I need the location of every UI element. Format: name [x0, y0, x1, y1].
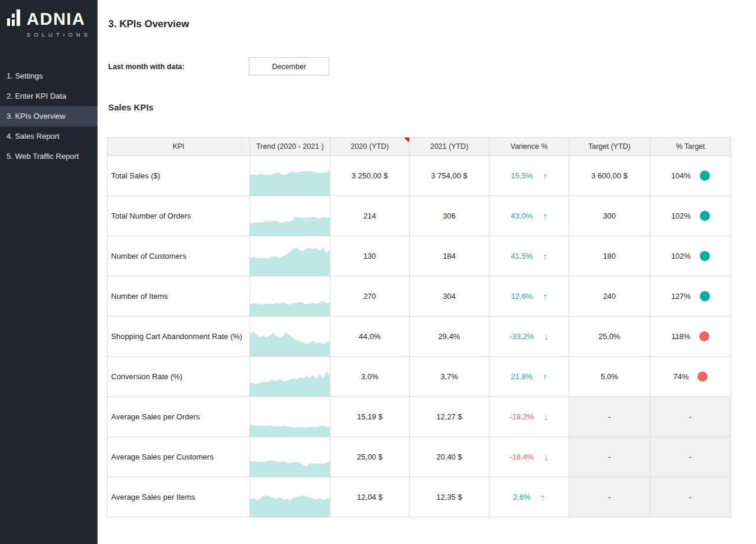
variance-value: 41,5%	[511, 252, 533, 260]
trend-sparkline-chart	[250, 357, 330, 396]
kpi-name-cell: Total Sales ($)	[108, 156, 250, 196]
last-month-value: December	[272, 63, 306, 71]
variance-cell: -19,2%↓	[489, 397, 569, 437]
section-title: Sales KPIs	[108, 102, 756, 112]
column-header-varience: Varience %	[489, 138, 569, 156]
value-2020-cell: 15,19 $	[330, 397, 410, 437]
trend-cell	[250, 437, 330, 477]
pct-target-cell: 127%	[650, 276, 731, 317]
trend-cell	[250, 477, 330, 517]
column-header-target: % Target	[650, 138, 731, 156]
value-2021-cell: 306	[410, 196, 489, 236]
trend-cell	[250, 317, 330, 357]
trend-sparkline-chart	[250, 317, 330, 356]
variance-cell: -33,2%↓	[489, 317, 569, 357]
value-2020-cell: 25,00 $	[330, 437, 410, 477]
value-2020-cell: 3,0%	[330, 357, 410, 397]
sidebar-item-3-kpis-overview[interactable]: 3. KPIs Overview	[0, 106, 98, 126]
column-header-2020-ytd: 2020 (YTD)	[330, 138, 410, 156]
target-cell: -	[569, 477, 650, 517]
kpi-table: KPITrend (2020 - 2021 )2020 (YTD)2021 (Y…	[107, 137, 731, 517]
value-2021-cell: 184	[410, 236, 489, 276]
trend-sparkline-chart	[250, 397, 330, 436]
trend-up-arrow-icon: ↑	[543, 211, 547, 220]
pct-target-value: -	[689, 493, 692, 501]
variance-cell: 21,8%↑	[489, 357, 569, 397]
trend-cell	[250, 357, 330, 397]
sidebar-item-2-enter-kpi-data[interactable]: 2. Enter KPI Data	[0, 86, 98, 106]
sidebar-item-4-sales-report[interactable]: 4. Sales Report	[0, 126, 98, 146]
variance-cell: 15,5%↑	[489, 156, 569, 196]
trend-up-arrow-icon: ↑	[543, 252, 547, 260]
target-cell: 240	[569, 276, 650, 317]
pct-target-value: 74%	[673, 372, 689, 381]
sidebar-item-5-web-traffic-report[interactable]: 5. Web Traffic Report	[0, 146, 98, 167]
pct-target-value: -	[689, 412, 692, 421]
kpi-name-cell: Conversion Rate (%)	[108, 357, 250, 397]
comment-marker-icon	[404, 138, 409, 142]
trend-up-arrow-icon: ↑	[543, 292, 547, 301]
pct-target-value: 127%	[671, 292, 690, 301]
trend-sparkline-chart	[250, 236, 330, 276]
trend-cell	[250, 276, 330, 317]
trend-sparkline-chart	[250, 437, 330, 477]
target-cell: 5,0%	[569, 357, 650, 397]
status-dot-teal	[700, 211, 710, 221]
target-cell: 3 600,00 $	[569, 156, 650, 196]
trend-down-arrow-icon: ↓	[544, 452, 549, 461]
trend-up-arrow-icon: ↑	[543, 171, 547, 180]
trend-sparkline-chart	[250, 276, 330, 316]
variance-cell: 43,0%↑	[489, 196, 569, 236]
variance-value: -33,2%	[510, 332, 534, 341]
kpi-name-cell: Average Sales per Items	[108, 477, 250, 517]
value-2021-cell: 3 754,00 $	[410, 156, 489, 196]
pct-target-cell: -	[650, 397, 731, 437]
value-2020-cell: 44,0%	[330, 317, 410, 357]
sidebar-item-1-settings[interactable]: 1. Settings	[0, 66, 98, 86]
last-month-select[interactable]: December	[249, 57, 329, 76]
pct-target-value: 104%	[671, 171, 690, 180]
pct-target-cell: 102%	[650, 236, 731, 276]
target-cell: -	[569, 437, 650, 477]
value-2021-cell: 304	[410, 276, 489, 317]
pct-target-cell: 74%	[650, 357, 731, 397]
pct-target-cell: 118%	[650, 317, 731, 357]
column-header-trend-2020-2021: Trend (2020 - 2021 )	[250, 138, 330, 156]
sidebar-nav: 1. Settings2. Enter KPI Data3. KPIs Over…	[0, 66, 98, 167]
brand-name: ADNIA	[27, 12, 85, 27]
column-header-kpi: KPI	[108, 138, 250, 156]
variance-value: 43,0%	[511, 211, 533, 220]
target-cell: 300	[569, 196, 650, 236]
trend-cell	[250, 397, 330, 437]
status-dot-red	[699, 331, 709, 341]
variance-value: 12,6%	[511, 292, 533, 301]
variance-cell: 41,5%↑	[489, 236, 569, 276]
value-2020-cell: 3 250,00 $	[330, 156, 410, 196]
variance-cell: 2,6%↑	[489, 477, 569, 517]
brand-subtitle: SOLUTIONS	[7, 31, 92, 38]
kpi-name-cell: Average Sales per Orders	[108, 397, 250, 437]
kpi-name-cell: Number of Items	[108, 276, 250, 317]
pct-target-cell: 104%	[650, 156, 731, 196]
value-2021-cell: 12,35 $	[410, 477, 489, 517]
trend-up-arrow-icon: ↑	[543, 372, 547, 381]
value-2020-cell: 270	[330, 276, 410, 317]
value-2021-cell: 29,4%	[410, 317, 489, 357]
variance-cell: 12,6%↑	[489, 276, 569, 317]
sidebar: ADNIA SOLUTIONS 1. Settings2. Enter KPI …	[0, 0, 98, 544]
variance-cell: -18,4%↓	[489, 437, 569, 477]
target-cell: 180	[569, 236, 650, 276]
target-cell: 25,0%	[569, 317, 650, 357]
target-cell: -	[569, 397, 650, 437]
trend-cell	[250, 196, 330, 236]
app-root: ADNIA SOLUTIONS 1. Settings2. Enter KPI …	[0, 0, 756, 544]
main-content: 3. KPIs Overview Last month with data: D…	[98, 0, 756, 544]
last-month-row: Last month with data: December	[108, 57, 756, 76]
page-title: 3. KPIs Overview	[108, 18, 756, 30]
pct-target-cell: -	[650, 477, 731, 517]
pct-target-value: 118%	[671, 332, 690, 341]
logo: ADNIA SOLUTIONS	[0, 0, 98, 38]
pct-target-cell: -	[650, 437, 731, 477]
trend-down-arrow-icon: ↓	[544, 412, 549, 421]
pct-target-value: 102%	[671, 211, 690, 220]
